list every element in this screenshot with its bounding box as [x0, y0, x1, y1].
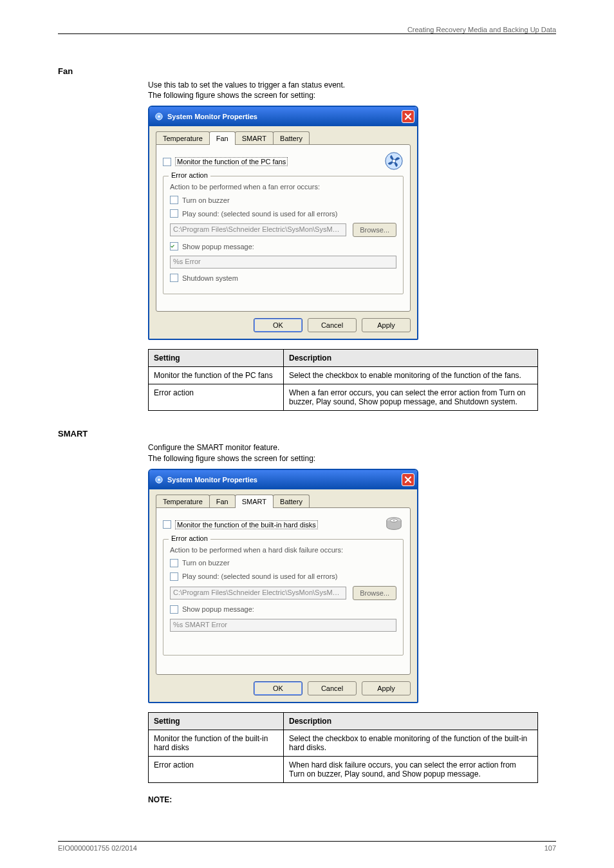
table-row: Monitor the function of the PC fans Sele…	[149, 367, 538, 384]
error-action-legend: Error action	[169, 171, 210, 179]
shutdown-system-checkbox[interactable]	[170, 274, 178, 282]
show-popup-checkbox[interactable]	[170, 242, 178, 250]
error-action-group: Error action Action to be performed when…	[163, 539, 404, 656]
play-sound-checkbox[interactable]	[170, 209, 178, 218]
table-row: Error action When a fan error occurs, yo…	[149, 384, 538, 411]
table-cell: Select the checkbox to enable monitoring…	[284, 367, 538, 384]
apply-button[interactable]: Apply	[362, 681, 411, 695]
turn-on-buzzer-checkbox[interactable]	[170, 559, 178, 567]
show-popup-label: Show popup message:	[182, 605, 254, 613]
app-icon	[154, 112, 163, 121]
table-cell: Error action	[149, 384, 284, 411]
apply-button[interactable]: Apply	[362, 318, 411, 332]
svg-point-5	[158, 478, 160, 481]
dialog-fan: System Monitor Properties Temperature Fa…	[148, 106, 418, 340]
tab-temperature[interactable]: Temperature	[156, 131, 210, 145]
footer-right: 107	[544, 844, 556, 852]
table-header: Setting	[149, 712, 284, 730]
error-action-group: Error action Action to be performed when…	[163, 176, 404, 294]
table-header: Description	[284, 350, 538, 367]
table-cell: When hard disk failure occurs, you can s…	[284, 756, 538, 782]
smart-settings-table: Setting Description Monitor the function…	[148, 712, 538, 783]
tab-fan[interactable]: Fan	[209, 131, 236, 145]
cancel-button[interactable]: Cancel	[308, 681, 357, 695]
tab-smart[interactable]: SMART	[235, 131, 274, 145]
note-block: NOTE:	[148, 795, 556, 805]
error-action-desc: Action to be performed when a fan error …	[170, 183, 396, 191]
browse-button[interactable]: Browse...	[353, 223, 396, 237]
titlebar: System Monitor Properties	[149, 470, 417, 489]
tab-row: Temperature Fan SMART Battery	[156, 131, 411, 145]
svg-point-8	[393, 520, 395, 520]
play-sound-checkbox[interactable]	[170, 572, 178, 581]
ok-button[interactable]: OK	[254, 318, 302, 332]
monitor-disks-checkbox[interactable]	[163, 520, 171, 529]
table-cell: Error action	[149, 756, 284, 782]
tab-fan[interactable]: Fan	[209, 495, 236, 508]
tab-battery[interactable]: Battery	[273, 131, 310, 145]
close-button[interactable]	[402, 110, 414, 123]
svg-point-3	[392, 160, 396, 164]
table-row: Error action When hard disk failure occu…	[149, 756, 538, 782]
table-row: Monitor the function of the built-in har…	[149, 730, 538, 756]
turn-on-buzzer-label: Turn on buzzer	[182, 196, 230, 204]
tab-row: Temperature Fan SMART Battery	[156, 495, 411, 508]
titlebar: System Monitor Properties	[149, 107, 417, 126]
page-header-right: Creating Recovery Media and Backing Up D…	[407, 26, 556, 33]
cancel-button[interactable]: Cancel	[308, 318, 357, 332]
shutdown-system-label: Shutdown system	[182, 274, 238, 282]
close-button[interactable]	[402, 473, 414, 486]
monitor-disks-label: Monitor the function of the built-in har…	[175, 520, 318, 529]
show-popup-checkbox[interactable]	[170, 605, 178, 614]
error-action-legend: Error action	[169, 534, 210, 542]
browse-button[interactable]: Browse...	[353, 586, 396, 600]
hard-disk-icon	[384, 514, 404, 535]
table-cell: Select the checkbox to enable monitoring…	[284, 730, 538, 756]
app-icon	[154, 475, 163, 484]
play-sound-label: Play sound: (selected sound is used for …	[182, 572, 338, 580]
tab-smart[interactable]: SMART	[235, 495, 274, 508]
dialog-smart: System Monitor Properties Temperature Fa…	[148, 469, 418, 703]
section-title-smart: SMART	[58, 429, 556, 439]
section-title-fan: Fan	[58, 66, 556, 76]
tab-panel-fan: Monitor the function of the PC fans Erro…	[156, 144, 411, 312]
dialog-title: System Monitor Properties	[167, 476, 402, 484]
tab-panel-smart: Monitor the function of the built-in har…	[156, 507, 411, 675]
popup-message-input[interactable]: %s Error	[170, 256, 396, 269]
turn-on-buzzer-checkbox[interactable]	[170, 196, 178, 204]
table-cell: Monitor the function of the built-in har…	[149, 730, 284, 756]
header-rule	[58, 33, 556, 34]
table-header: Setting	[149, 350, 284, 367]
svg-point-1	[158, 116, 160, 118]
play-sound-label: Play sound: (selected sound is used for …	[182, 210, 338, 218]
error-action-desc: Action to be performed when a hard disk …	[170, 546, 396, 554]
sound-path-input[interactable]: C:\Program Files\Schneider Electric\SysM…	[170, 223, 346, 236]
footer-left: EIO0000001755 02/2014	[58, 844, 137, 852]
tab-temperature[interactable]: Temperature	[156, 495, 210, 508]
monitor-fans-checkbox[interactable]	[163, 158, 171, 166]
note-label: NOTE:	[148, 795, 172, 804]
monitor-fans-label: Monitor the function of the PC fans	[175, 157, 288, 166]
tab-battery[interactable]: Battery	[273, 495, 310, 508]
turn-on-buzzer-label: Turn on buzzer	[182, 559, 230, 567]
sound-path-input[interactable]: C:\Program Files\Schneider Electric\SysM…	[170, 587, 346, 599]
fan-icon	[384, 151, 404, 172]
table-header: Description	[284, 712, 538, 730]
table-cell: When a fan error occurs, you can select …	[284, 384, 538, 411]
ok-button[interactable]: OK	[254, 681, 302, 695]
section-body-fan: Use this tab to set the values to trigge…	[148, 80, 556, 100]
dialog-title: System Monitor Properties	[167, 113, 402, 120]
fan-settings-table: Setting Description Monitor the function…	[148, 349, 538, 411]
popup-message-input[interactable]: %s SMART Error	[170, 619, 396, 632]
section-body-smart: Configure the SMART monitor feature. The…	[148, 442, 556, 463]
show-popup-label: Show popup message:	[182, 243, 254, 250]
table-cell: Monitor the function of the PC fans	[149, 367, 284, 384]
